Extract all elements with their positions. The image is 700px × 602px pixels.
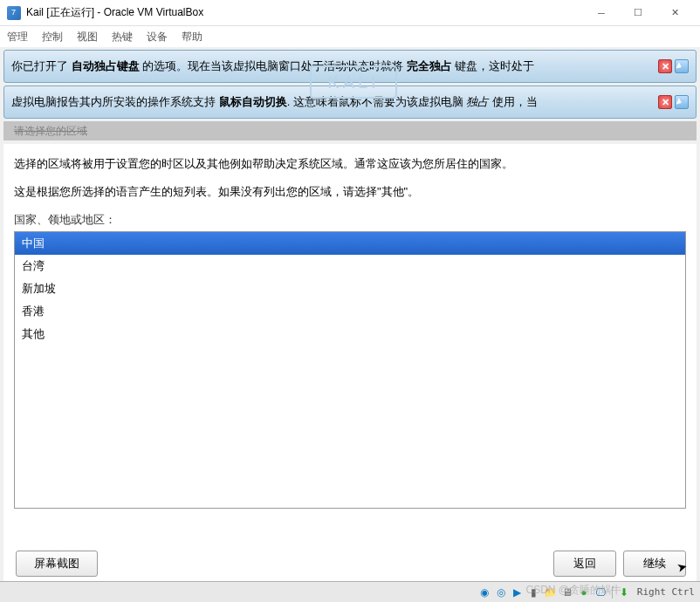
notification-mouse-integration: 虚拟电脑报告其内所安装的操作系统支持 鼠标自动切换. 这意味着鼠标不需要为该虚拟…	[3, 86, 697, 119]
region-item[interactable]: 中国	[15, 232, 685, 255]
notif2-text-pre: 虚拟电脑报告其内所安装的操作系统支持	[11, 95, 219, 108]
keyboard-indicator-icon[interactable]: ⬇	[617, 585, 631, 599]
region-list-label: 国家、领地或地区：	[14, 212, 686, 228]
statusbar: ◉ ◎ ▶ ▮ 📁 🖥 ● 🖵 ⬇ Right Ctrl	[0, 581, 700, 602]
region-item[interactable]: 台湾	[15, 255, 685, 277]
maximize-button[interactable]: ☐	[620, 2, 656, 24]
menu-manage[interactable]: 管理	[7, 30, 28, 44]
gray-strip-header: 请选择您的区域	[3, 121, 697, 140]
network-icon[interactable]: ▶	[511, 585, 525, 599]
region-item[interactable]: 其他	[15, 323, 685, 345]
notif2-text-end: 使用，当	[489, 95, 538, 108]
minimize-button[interactable]: ─	[583, 2, 620, 24]
optical-disk-icon[interactable]: ◎	[494, 585, 508, 599]
menu-help[interactable]: 帮助	[182, 30, 202, 44]
notif2-italic: 独占	[466, 95, 489, 108]
recording-icon[interactable]: ●	[577, 585, 591, 599]
description-line-1: 选择的区域将被用于设置您的时区以及其他例如帮助决定系统区域。通常这应该为您所居住…	[14, 156, 686, 172]
notification-expand-icon[interactable]	[675, 95, 689, 109]
region-listbox[interactable]: 中国台湾新加坡香港其他	[14, 231, 686, 509]
notif1-bold2: 完全独占	[407, 59, 452, 72]
notif2-bold: 鼠标自动切换	[219, 95, 287, 108]
shared-folders-icon[interactable]: 📁	[544, 585, 558, 599]
notification-close-icon[interactable]: ✕	[658, 59, 672, 73]
menu-devices[interactable]: 设备	[147, 30, 168, 44]
notif1-text-end: 键盘，这时处于	[452, 59, 535, 72]
button-bar: 屏幕截图 返回 继续	[3, 542, 697, 585]
notification-keyboard-capture: 你已打开了 自动独占键盘 的选项。现在当该虚拟电脑窗口处于活动状态时就将 完全独…	[3, 50, 697, 83]
notif2-text-mid: . 这意味着鼠标不需要为该虚拟电脑	[287, 95, 467, 108]
status-separator	[612, 586, 613, 599]
region-item[interactable]: 新加坡	[15, 277, 685, 300]
menubar: 管理 控制 视图 热键 设备 帮助	[0, 26, 700, 47]
host-key-label: Right Ctrl	[637, 586, 695, 598]
display-icon[interactable]: 🖵	[594, 585, 607, 599]
window-titlebar: Kail [正在运行] - Oracle VM VirtualBox ─ ☐ ✕	[0, 0, 700, 26]
notif1-text-pre: 你已打开了	[11, 59, 72, 72]
audio-icon[interactable]: 🖥	[560, 585, 574, 599]
menu-view[interactable]: 视图	[77, 30, 98, 44]
hard-disk-icon[interactable]: ◉	[477, 585, 491, 599]
back-button[interactable]: 返回	[553, 551, 616, 577]
usb-icon[interactable]: ▮	[527, 585, 541, 599]
description-line-2: 这是根据您所选择的语言产生的短列表。如果没有列出您的区域，请选择"其他"。	[14, 184, 686, 200]
region-item[interactable]: 香港	[15, 300, 685, 323]
menu-hotkeys[interactable]: 热键	[112, 30, 133, 44]
app-icon	[7, 6, 21, 20]
screenshot-button[interactable]: 屏幕截图	[16, 551, 98, 577]
notification-expand-icon[interactable]	[675, 59, 689, 73]
notif1-bold1: 自动独占键盘	[72, 59, 140, 72]
close-button[interactable]: ✕	[656, 2, 693, 24]
notif1-text-mid: 的选项。现在当该虚拟电脑窗口处于活动状态时就将	[140, 59, 407, 72]
installer-content: 选择的区域将被用于设置您的时区以及其他例如帮助决定系统区域。通常这应该为您所居住…	[3, 144, 697, 542]
notification-close-icon[interactable]: ✕	[658, 95, 672, 109]
window-title: Kail [正在运行] - Oracle VM VirtualBox	[26, 5, 583, 20]
menu-control[interactable]: 控制	[42, 30, 63, 44]
